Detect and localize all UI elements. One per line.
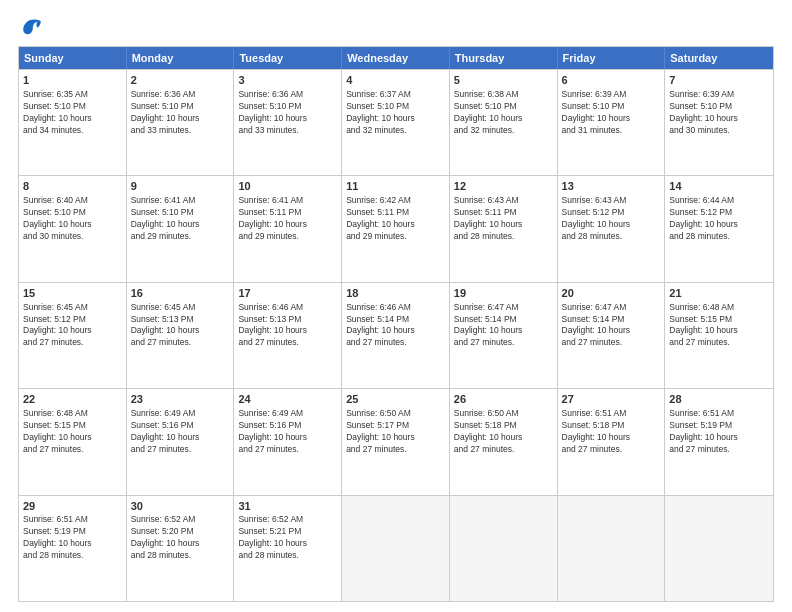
day-info: Sunrise: 6:51 AM Sunset: 5:18 PM Dayligh…: [562, 408, 661, 456]
cal-cell-day-20: 20Sunrise: 6:47 AM Sunset: 5:14 PM Dayli…: [558, 283, 666, 388]
header-saturday: Saturday: [665, 47, 773, 69]
day-number: 1: [23, 73, 122, 88]
cal-cell-day-2: 2Sunrise: 6:36 AM Sunset: 5:10 PM Daylig…: [127, 70, 235, 175]
header-tuesday: Tuesday: [234, 47, 342, 69]
day-number: 19: [454, 286, 553, 301]
header: [18, 18, 774, 36]
calendar-week-5: 29Sunrise: 6:51 AM Sunset: 5:19 PM Dayli…: [19, 495, 773, 601]
day-number: 2: [131, 73, 230, 88]
day-number: 28: [669, 392, 769, 407]
cal-cell-day-5: 5Sunrise: 6:38 AM Sunset: 5:10 PM Daylig…: [450, 70, 558, 175]
day-number: 16: [131, 286, 230, 301]
cal-cell-day-11: 11Sunrise: 6:42 AM Sunset: 5:11 PM Dayli…: [342, 176, 450, 281]
logo: [18, 18, 44, 36]
day-info: Sunrise: 6:50 AM Sunset: 5:17 PM Dayligh…: [346, 408, 445, 456]
day-info: Sunrise: 6:36 AM Sunset: 5:10 PM Dayligh…: [238, 89, 337, 137]
day-info: Sunrise: 6:37 AM Sunset: 5:10 PM Dayligh…: [346, 89, 445, 137]
cal-cell-day-10: 10Sunrise: 6:41 AM Sunset: 5:11 PM Dayli…: [234, 176, 342, 281]
day-number: 14: [669, 179, 769, 194]
day-number: 10: [238, 179, 337, 194]
cal-cell-day-16: 16Sunrise: 6:45 AM Sunset: 5:13 PM Dayli…: [127, 283, 235, 388]
calendar-body: 1Sunrise: 6:35 AM Sunset: 5:10 PM Daylig…: [19, 69, 773, 601]
day-number: 29: [23, 499, 122, 514]
day-info: Sunrise: 6:52 AM Sunset: 5:21 PM Dayligh…: [238, 514, 337, 562]
day-info: Sunrise: 6:43 AM Sunset: 5:12 PM Dayligh…: [562, 195, 661, 243]
calendar: Sunday Monday Tuesday Wednesday Thursday…: [18, 46, 774, 602]
cal-cell-day-24: 24Sunrise: 6:49 AM Sunset: 5:16 PM Dayli…: [234, 389, 342, 494]
cal-cell-day-15: 15Sunrise: 6:45 AM Sunset: 5:12 PM Dayli…: [19, 283, 127, 388]
cal-cell-empty: [342, 496, 450, 601]
day-info: Sunrise: 6:45 AM Sunset: 5:12 PM Dayligh…: [23, 302, 122, 350]
cal-cell-day-4: 4Sunrise: 6:37 AM Sunset: 5:10 PM Daylig…: [342, 70, 450, 175]
day-info: Sunrise: 6:50 AM Sunset: 5:18 PM Dayligh…: [454, 408, 553, 456]
cal-cell-day-30: 30Sunrise: 6:52 AM Sunset: 5:20 PM Dayli…: [127, 496, 235, 601]
day-number: 13: [562, 179, 661, 194]
cal-cell-day-12: 12Sunrise: 6:43 AM Sunset: 5:11 PM Dayli…: [450, 176, 558, 281]
day-number: 21: [669, 286, 769, 301]
calendar-week-4: 22Sunrise: 6:48 AM Sunset: 5:15 PM Dayli…: [19, 388, 773, 494]
day-info: Sunrise: 6:38 AM Sunset: 5:10 PM Dayligh…: [454, 89, 553, 137]
cal-cell-day-9: 9Sunrise: 6:41 AM Sunset: 5:10 PM Daylig…: [127, 176, 235, 281]
day-number: 9: [131, 179, 230, 194]
day-info: Sunrise: 6:43 AM Sunset: 5:11 PM Dayligh…: [454, 195, 553, 243]
day-info: Sunrise: 6:49 AM Sunset: 5:16 PM Dayligh…: [131, 408, 230, 456]
header-friday: Friday: [558, 47, 666, 69]
day-number: 24: [238, 392, 337, 407]
cal-cell-day-17: 17Sunrise: 6:46 AM Sunset: 5:13 PM Dayli…: [234, 283, 342, 388]
day-number: 20: [562, 286, 661, 301]
cal-cell-day-14: 14Sunrise: 6:44 AM Sunset: 5:12 PM Dayli…: [665, 176, 773, 281]
day-number: 11: [346, 179, 445, 194]
day-number: 12: [454, 179, 553, 194]
day-number: 3: [238, 73, 337, 88]
cal-cell-empty: [558, 496, 666, 601]
day-number: 31: [238, 499, 337, 514]
calendar-week-1: 1Sunrise: 6:35 AM Sunset: 5:10 PM Daylig…: [19, 69, 773, 175]
day-info: Sunrise: 6:41 AM Sunset: 5:10 PM Dayligh…: [131, 195, 230, 243]
day-info: Sunrise: 6:51 AM Sunset: 5:19 PM Dayligh…: [669, 408, 769, 456]
calendar-week-2: 8Sunrise: 6:40 AM Sunset: 5:10 PM Daylig…: [19, 175, 773, 281]
cal-cell-day-1: 1Sunrise: 6:35 AM Sunset: 5:10 PM Daylig…: [19, 70, 127, 175]
cal-cell-day-6: 6Sunrise: 6:39 AM Sunset: 5:10 PM Daylig…: [558, 70, 666, 175]
cal-cell-empty: [450, 496, 558, 601]
cal-cell-day-31: 31Sunrise: 6:52 AM Sunset: 5:21 PM Dayli…: [234, 496, 342, 601]
day-number: 18: [346, 286, 445, 301]
header-thursday: Thursday: [450, 47, 558, 69]
day-number: 7: [669, 73, 769, 88]
day-number: 8: [23, 179, 122, 194]
cal-cell-day-3: 3Sunrise: 6:36 AM Sunset: 5:10 PM Daylig…: [234, 70, 342, 175]
day-info: Sunrise: 6:51 AM Sunset: 5:19 PM Dayligh…: [23, 514, 122, 562]
day-number: 30: [131, 499, 230, 514]
cal-cell-day-13: 13Sunrise: 6:43 AM Sunset: 5:12 PM Dayli…: [558, 176, 666, 281]
logo-text: [18, 18, 44, 36]
cal-cell-day-21: 21Sunrise: 6:48 AM Sunset: 5:15 PM Dayli…: [665, 283, 773, 388]
day-info: Sunrise: 6:47 AM Sunset: 5:14 PM Dayligh…: [562, 302, 661, 350]
cal-cell-day-8: 8Sunrise: 6:40 AM Sunset: 5:10 PM Daylig…: [19, 176, 127, 281]
cal-cell-day-23: 23Sunrise: 6:49 AM Sunset: 5:16 PM Dayli…: [127, 389, 235, 494]
day-info: Sunrise: 6:52 AM Sunset: 5:20 PM Dayligh…: [131, 514, 230, 562]
cal-cell-day-27: 27Sunrise: 6:51 AM Sunset: 5:18 PM Dayli…: [558, 389, 666, 494]
page: Sunday Monday Tuesday Wednesday Thursday…: [0, 0, 792, 612]
header-monday: Monday: [127, 47, 235, 69]
cal-cell-day-29: 29Sunrise: 6:51 AM Sunset: 5:19 PM Dayli…: [19, 496, 127, 601]
cal-cell-day-19: 19Sunrise: 6:47 AM Sunset: 5:14 PM Dayli…: [450, 283, 558, 388]
day-number: 25: [346, 392, 445, 407]
cal-cell-day-26: 26Sunrise: 6:50 AM Sunset: 5:18 PM Dayli…: [450, 389, 558, 494]
header-sunday: Sunday: [19, 47, 127, 69]
day-number: 22: [23, 392, 122, 407]
day-info: Sunrise: 6:39 AM Sunset: 5:10 PM Dayligh…: [669, 89, 769, 137]
cal-cell-day-28: 28Sunrise: 6:51 AM Sunset: 5:19 PM Dayli…: [665, 389, 773, 494]
cal-cell-day-7: 7Sunrise: 6:39 AM Sunset: 5:10 PM Daylig…: [665, 70, 773, 175]
day-number: 26: [454, 392, 553, 407]
day-info: Sunrise: 6:49 AM Sunset: 5:16 PM Dayligh…: [238, 408, 337, 456]
cal-cell-empty: [665, 496, 773, 601]
day-info: Sunrise: 6:42 AM Sunset: 5:11 PM Dayligh…: [346, 195, 445, 243]
day-number: 6: [562, 73, 661, 88]
day-info: Sunrise: 6:39 AM Sunset: 5:10 PM Dayligh…: [562, 89, 661, 137]
day-info: Sunrise: 6:46 AM Sunset: 5:14 PM Dayligh…: [346, 302, 445, 350]
logo-bird-icon: [20, 18, 44, 36]
day-number: 17: [238, 286, 337, 301]
day-number: 23: [131, 392, 230, 407]
day-info: Sunrise: 6:45 AM Sunset: 5:13 PM Dayligh…: [131, 302, 230, 350]
day-info: Sunrise: 6:48 AM Sunset: 5:15 PM Dayligh…: [23, 408, 122, 456]
calendar-week-3: 15Sunrise: 6:45 AM Sunset: 5:12 PM Dayli…: [19, 282, 773, 388]
